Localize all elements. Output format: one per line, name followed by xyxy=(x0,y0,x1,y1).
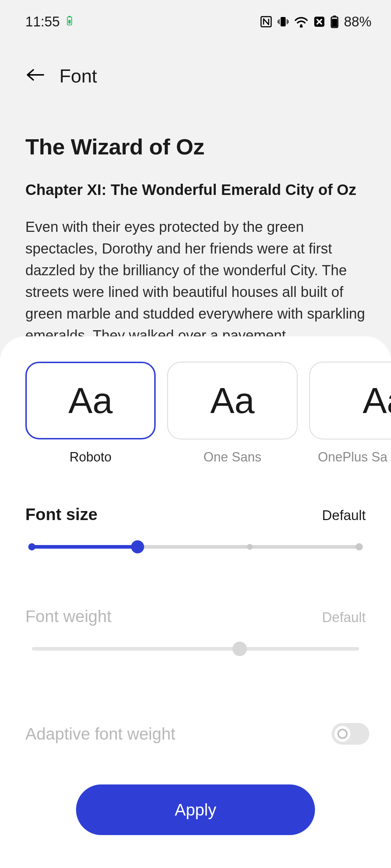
toggle-knob xyxy=(335,726,350,742)
preview-subtitle: Chapter XI: The Wonderful Emerald City o… xyxy=(25,181,366,199)
font-weight-value: Default xyxy=(322,610,366,625)
font-option-one-sans[interactable]: Aa One Sans xyxy=(167,362,298,465)
font-option-label: OnePlus Sa xyxy=(318,450,387,465)
adaptive-font-weight-toggle xyxy=(332,723,369,745)
font-sample-card[interactable]: Aa xyxy=(25,362,156,439)
slider-fill xyxy=(32,545,144,549)
font-size-slider[interactable] xyxy=(25,541,366,552)
svg-rect-2 xyxy=(68,20,71,24)
preview-body: Even with their eyes protected by the gr… xyxy=(25,216,366,346)
font-picker[interactable]: Aa Roboto Aa One Sans Aa OnePlus Sa xyxy=(0,362,391,465)
preview-title: The Wizard of Oz xyxy=(25,134,366,159)
font-sample-text: Aa xyxy=(363,380,391,421)
font-weight-section: Font weight Default xyxy=(0,607,391,654)
page-title: Font xyxy=(59,65,97,87)
apply-button[interactable]: Apply xyxy=(76,784,315,835)
back-arrow-icon[interactable] xyxy=(25,68,44,85)
battery-percent: 88% xyxy=(344,14,371,30)
settings-sheet: Aa Roboto Aa One Sans Aa OnePlus Sa Font… xyxy=(0,336,391,868)
slider-tick-min xyxy=(28,543,35,550)
status-right: 88% xyxy=(260,14,371,30)
font-option-roboto[interactable]: Aa Roboto xyxy=(25,362,156,465)
svg-rect-8 xyxy=(333,16,336,17)
font-size-value: Default xyxy=(322,508,366,523)
nfc-icon xyxy=(260,16,272,28)
svg-point-5 xyxy=(300,24,302,26)
adaptive-font-weight-row: Adaptive font weight xyxy=(0,723,391,745)
svg-rect-1 xyxy=(68,16,71,17)
font-sample-text: Aa xyxy=(210,380,255,421)
header: Font xyxy=(0,36,391,98)
vibrate-icon xyxy=(277,16,289,28)
font-size-title: Font size xyxy=(25,505,97,524)
svg-rect-9 xyxy=(332,19,337,27)
slider-thumb[interactable] xyxy=(131,540,144,553)
font-weight-slider xyxy=(25,643,366,654)
font-weight-title: Font weight xyxy=(25,607,112,626)
font-option-oneplus-sans[interactable]: Aa OnePlus Sa xyxy=(309,362,391,465)
dnd-icon xyxy=(314,16,325,27)
battery-icon xyxy=(330,15,339,28)
font-sample-card[interactable]: Aa xyxy=(309,362,391,439)
font-sample-card[interactable]: Aa xyxy=(167,362,298,439)
svg-rect-4 xyxy=(281,17,286,26)
status-bar: 11:55 88% xyxy=(0,0,391,36)
slider-track xyxy=(32,647,359,651)
slider-thumb xyxy=(232,642,247,656)
font-preview: The Wizard of Oz Chapter XI: The Wonderf… xyxy=(0,98,391,346)
font-option-label: Roboto xyxy=(70,450,112,465)
slider-tick-max xyxy=(356,543,363,550)
status-left: 11:55 xyxy=(25,14,73,30)
slider-tick-default xyxy=(247,544,253,550)
charging-icon xyxy=(66,16,73,28)
wifi-icon xyxy=(294,16,308,27)
font-size-section: Font size Default xyxy=(0,505,391,552)
font-option-label: One Sans xyxy=(203,450,261,465)
status-time: 11:55 xyxy=(25,14,60,30)
adaptive-font-weight-label: Adaptive font weight xyxy=(25,724,175,744)
font-sample-text: Aa xyxy=(68,380,113,421)
